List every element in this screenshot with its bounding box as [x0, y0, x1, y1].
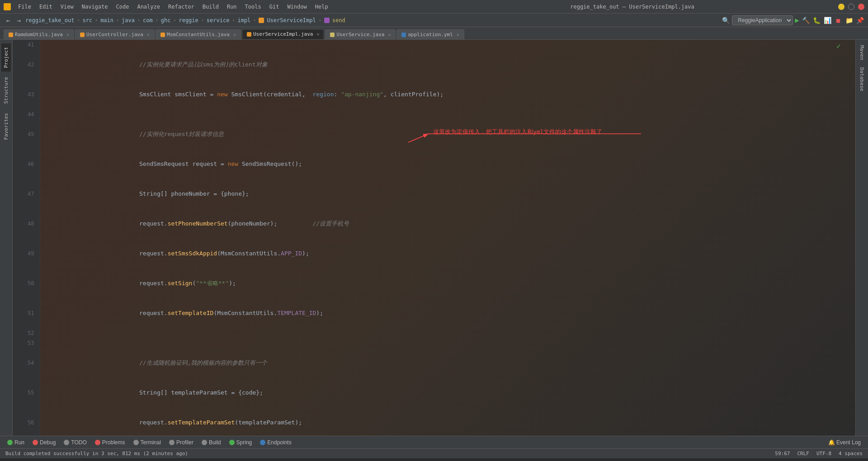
tab-userservice[interactable]: UserService.java ✕ — [325, 29, 396, 39]
stop-button[interactable]: ■ — [834, 16, 843, 25]
breadcrumb-main[interactable]: main — [100, 17, 113, 24]
back-button[interactable]: ← — [4, 16, 13, 25]
search-everywhere-button[interactable]: 🔍 — [721, 16, 730, 25]
code-table: 41 42 //实例化要请求产品(以sms为例)的client对象 43 — [13, 40, 855, 436]
breadcrumb-java[interactable]: java — [122, 17, 135, 24]
spring-icon — [229, 440, 235, 445]
line-num-51: 51 — [13, 298, 40, 328]
tab-close-usercontroller[interactable]: ✕ — [147, 32, 150, 37]
breadcrumb-reggie[interactable]: reggie — [179, 17, 198, 24]
project-button[interactable]: 📁 — [844, 16, 854, 25]
todo-label: TODO — [71, 439, 86, 446]
tab-close-applicationyml[interactable]: ✕ — [457, 32, 459, 37]
line-num-42: 42 — [13, 50, 40, 80]
profiler-toolbar-button[interactable]: Profiler — [165, 438, 197, 447]
minimize-button[interactable] — [838, 4, 844, 10]
table-row: 47 String[] phoneNumber = {phone}; — [13, 179, 855, 209]
tab-userserviceimpl[interactable]: UserServiceImpl.java ✕ — [242, 29, 324, 39]
build-toolbar-button[interactable]: Build — [198, 438, 225, 447]
tab-msmconstantutils[interactable]: MsmConstantUtils.java ✕ — [156, 29, 241, 39]
event-log-button[interactable]: 🔔 Event Log — [825, 438, 864, 447]
menu-build[interactable]: Build — [199, 3, 222, 11]
run-button[interactable]: ▶ — [795, 16, 799, 24]
table-row: 42 //实例化要请求产品(以sms为例)的client对象 — [13, 50, 855, 80]
breadcrumb-class[interactable]: UserServiceImpl — [267, 17, 316, 24]
endpoints-icon — [260, 440, 265, 445]
line-num-44: 44 — [13, 109, 40, 119]
left-sidebar: Project Structure Favorites — [0, 40, 13, 436]
line-code-49: request.setSmsSdkAppid(MsmConstantUtils.… — [40, 239, 855, 268]
line-code-41 — [40, 40, 855, 50]
nav-right: 🔍 ReggieApplication ▶ 🔨 🐛 📊 ■ 📁 📌 — [721, 15, 864, 25]
tab-close-userservice[interactable]: ✕ — [388, 32, 391, 37]
tab-close-userserviceimpl[interactable]: ✕ — [316, 32, 319, 37]
debug-button[interactable]: 🐛 — [812, 16, 821, 25]
bottom-toolbar: Run Debug TODO Problems Terminal Profile… — [0, 436, 868, 448]
spring-toolbar-button[interactable]: Spring — [226, 438, 256, 447]
table-row: 43 SmsClient smsClient = new SmsClient(c… — [13, 80, 855, 109]
line-code-44 — [40, 109, 855, 119]
code-content[interactable]: 这里改为定值传入，把工具栏的注入和yml文件的这个属性注释了 41 42 //实… — [13, 40, 855, 436]
run-icon — [7, 440, 13, 445]
tab-applicationyml[interactable]: application.yml ✕ — [396, 29, 464, 39]
menu-window[interactable]: Window — [283, 3, 310, 11]
menu-code[interactable]: Code — [113, 3, 133, 11]
menu-view[interactable]: View — [57, 3, 77, 11]
menu-run[interactable]: Run — [223, 3, 241, 11]
maven-panel[interactable]: Maven — [857, 42, 867, 64]
breadcrumb-project[interactable]: reggie_take_out — [25, 17, 74, 24]
spring-label: Spring — [236, 439, 252, 446]
menu-analyze[interactable]: Analyze — [133, 3, 164, 11]
class-icon — [259, 18, 264, 23]
pin-button[interactable]: 📌 — [855, 16, 864, 25]
tab-ramdomutils[interactable]: RamdomUtils.java ✕ — [4, 29, 74, 39]
table-row: 55 String[] templateParamSet = {code}; — [13, 378, 855, 408]
breadcrumb-ghc[interactable]: ghc — [161, 17, 171, 24]
tab-close-ramdomutils[interactable]: ✕ — [66, 32, 69, 37]
menu-tools[interactable]: Tools — [241, 3, 265, 11]
line-num-48: 48 — [13, 209, 40, 239]
cursor-position: 59:67 — [775, 451, 790, 456]
menu-file[interactable]: File — [14, 3, 35, 11]
todo-toolbar-button[interactable]: TODO — [60, 438, 90, 447]
tab-icon-usercontroller — [80, 33, 85, 37]
breadcrumb-sep-4: › — [137, 18, 141, 23]
terminal-toolbar-button[interactable]: Terminal — [130, 438, 165, 447]
sidebar-favorites[interactable]: Favorites — [1, 109, 11, 144]
problems-toolbar-button[interactable]: Problems — [91, 438, 129, 447]
run-toolbar-button[interactable]: Run — [4, 438, 28, 447]
menu-edit[interactable]: Edit — [36, 3, 56, 11]
sidebar-project[interactable]: Project — [1, 43, 11, 71]
tab-usercontroller[interactable]: UserController.java ✕ — [75, 29, 155, 39]
sidebar-structure[interactable]: Structure — [1, 73, 11, 108]
line-code-43: SmsClient smsClient = new SmsClient(cred… — [40, 80, 855, 109]
close-button[interactable] — [858, 4, 864, 10]
breadcrumb-method[interactable]: send — [332, 17, 345, 24]
table-row: 50 request.setSign("**省略**"); — [13, 268, 855, 298]
menu-refactor[interactable]: Refactor — [165, 3, 198, 11]
coverage-button[interactable]: 📊 — [823, 16, 832, 25]
problems-icon — [95, 440, 100, 445]
method-icon — [324, 18, 330, 23]
tab-close-msmconstantutils[interactable]: ✕ — [233, 32, 236, 37]
breadcrumb-com[interactable]: com — [143, 17, 153, 24]
debug-toolbar-button[interactable]: Debug — [29, 438, 59, 447]
menu-navigate[interactable]: Navigate — [78, 3, 112, 11]
forward-button[interactable]: → — [14, 16, 24, 25]
tab-bar: RamdomUtils.java ✕ UserController.java ✕… — [0, 27, 868, 40]
build-button[interactable]: 🔨 — [801, 16, 810, 25]
breadcrumb-service[interactable]: service — [207, 17, 230, 24]
table-row: 52 — [13, 328, 855, 338]
breadcrumb-sep-10: › — [318, 18, 322, 23]
code-area[interactable]: ✓ 这里改为定值传入，把工具栏的注入和yml文件的这个属性注释了 — [13, 40, 855, 436]
breadcrumb-src[interactable]: src — [82, 17, 92, 24]
menu-help[interactable]: Help — [311, 3, 332, 11]
app-selector[interactable]: ReggieApplication — [732, 15, 793, 25]
endpoints-toolbar-button[interactable]: Endpoints — [256, 438, 295, 447]
menu-git[interactable]: Git — [266, 3, 283, 11]
database-panel[interactable]: Database — [857, 64, 867, 95]
line-num-43: 43 — [13, 80, 40, 109]
breadcrumb-impl[interactable]: impl — [237, 17, 250, 24]
maximize-button[interactable] — [848, 4, 854, 10]
terminal-icon — [133, 440, 139, 445]
